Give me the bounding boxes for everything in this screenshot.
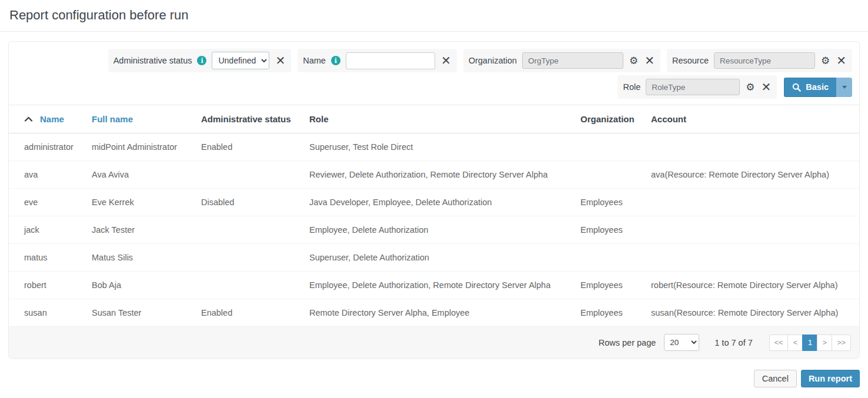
cell-administrative-status: Enabled	[196, 133, 305, 161]
role-type-input	[646, 79, 740, 95]
cell-role: Superuser, Test Role Direct	[305, 133, 576, 161]
organization-settings-button[interactable]: ⚙	[629, 56, 639, 66]
cell-organization: Employees	[576, 272, 646, 299]
filter-resource: Resource ⚙ ✕	[667, 49, 852, 72]
pagination-page-1-button[interactable]: 1	[802, 335, 817, 351]
cell-account: ava(Resource: Remote Directory Server Al…	[646, 161, 859, 189]
pagination-last-button[interactable]: >>	[832, 335, 851, 351]
report-preview-panel: Administrative status i Undefined ✕ Name…	[8, 41, 860, 359]
gear-icon: ⚙	[746, 82, 755, 93]
cell-administrative-status	[196, 272, 305, 299]
clear-administrative-status-button[interactable]: ✕	[275, 55, 286, 66]
filter-label-organization: Organization	[469, 56, 517, 65]
cancel-button[interactable]: Cancel	[754, 370, 797, 387]
administrative-status-select[interactable]: Undefined	[212, 52, 269, 69]
column-header-name: Name	[9, 105, 87, 133]
filter-label-administrative-status: Administrative status	[113, 56, 192, 65]
cell-organization	[576, 133, 646, 161]
close-icon: ✕	[762, 81, 772, 93]
filter-label-role: Role	[623, 82, 640, 92]
clear-role-button[interactable]: ✕	[761, 81, 772, 93]
cell-account: robert(Resource: Remote Directory Server…	[646, 272, 859, 299]
sort-ascending-icon[interactable]	[24, 116, 33, 122]
resource-settings-button[interactable]: ⚙	[820, 56, 830, 66]
action-bar: Cancel Run report	[0, 359, 868, 398]
column-header-administrative-status: Administrative status	[196, 105, 305, 133]
organization-type-input	[522, 52, 623, 69]
table-row: administrator midPoint Administrator Ena…	[9, 133, 859, 161]
chevron-down-icon	[842, 86, 847, 89]
cell-name: susan	[9, 299, 87, 327]
cell-full-name: Jack Tester	[87, 216, 196, 244]
close-icon: ✕	[275, 54, 285, 67]
cell-full-name: Eve Kerrek	[87, 189, 196, 216]
cell-account	[646, 189, 859, 216]
table-row: matus Matus Silis Superuser, Delete Auth…	[9, 244, 859, 272]
filter-row-1: Administrative status i Undefined ✕ Name…	[108, 49, 852, 72]
pagination-range-text: 1 to 7 of 7	[715, 338, 753, 347]
clear-resource-button[interactable]: ✕	[836, 55, 847, 66]
close-icon: ✕	[645, 54, 655, 67]
info-icon: i	[331, 56, 340, 65]
cell-administrative-status	[196, 244, 305, 272]
cell-role: Superuser, Delete Authorization	[305, 244, 576, 272]
name-filter-input[interactable]	[346, 52, 435, 69]
column-header-full-name: Full name	[87, 105, 196, 133]
search-mode-dropdown-toggle[interactable]	[836, 78, 852, 97]
cell-name: administrator	[9, 133, 87, 161]
clear-organization-button[interactable]: ✕	[644, 55, 655, 66]
cell-account	[646, 133, 859, 161]
cell-role: Remote Directory Server Alpha, Employee	[305, 299, 576, 327]
filter-label-resource: Resource	[672, 56, 709, 65]
pagination-next-button[interactable]: >	[817, 335, 832, 351]
gear-icon: ⚙	[821, 55, 830, 66]
column-link-name[interactable]: Name	[40, 114, 64, 124]
table-body: administrator midPoint Administrator Ena…	[9, 133, 859, 327]
results-table: Name Full name Administrative status Rol…	[9, 105, 859, 326]
cell-role: Employee, Delete Authorization, Remote D…	[305, 272, 576, 299]
cell-full-name: midPoint Administrator	[87, 133, 196, 161]
cell-account	[646, 216, 859, 244]
filter-name: Name i ✕	[298, 49, 456, 72]
filter-organization: Organization ⚙ ✕	[463, 49, 660, 72]
cell-name: robert	[9, 272, 87, 299]
cell-administrative-status: Disabled	[196, 189, 305, 216]
close-icon: ✕	[836, 54, 846, 67]
search-icon	[792, 83, 801, 92]
rows-per-page-select[interactable]: 20	[664, 334, 699, 351]
cell-full-name: Ava Aviva	[87, 161, 196, 189]
rows-per-page-label: Rows per page	[599, 338, 656, 347]
search-filter-bar: Administrative status i Undefined ✕ Name…	[9, 42, 859, 105]
clear-name-button[interactable]: ✕	[440, 55, 452, 66]
page-title: Report configuration before run	[9, 8, 859, 23]
column-link-full-name[interactable]: Full name	[92, 114, 133, 124]
cell-administrative-status	[196, 161, 305, 189]
table-row: eve Eve Kerrek Disabled Java Developer, …	[9, 189, 859, 216]
pagination-first-button[interactable]: <<	[769, 335, 789, 351]
role-settings-button[interactable]: ⚙	[745, 82, 755, 92]
basic-search-label: Basic	[806, 82, 829, 92]
cell-organization	[576, 244, 646, 272]
table-row: ava Ava Aviva Reviewer, Delete Authoriza…	[9, 161, 859, 189]
basic-search-button[interactable]: Basic	[784, 78, 836, 97]
close-icon: ✕	[441, 54, 451, 67]
filter-role: Role ⚙ ✕	[617, 75, 777, 99]
pagination-previous-button[interactable]: <	[787, 335, 803, 351]
filter-row-2: Role ⚙ ✕ Basic	[617, 75, 852, 99]
cell-account	[646, 244, 859, 272]
run-report-button[interactable]: Run report	[801, 370, 860, 387]
cell-administrative-status	[196, 216, 305, 244]
page-header: Report configuration before run	[0, 0, 868, 32]
cell-name: matus	[9, 244, 87, 272]
cell-administrative-status: Enabled	[196, 299, 305, 327]
resource-type-input	[714, 52, 815, 69]
filter-administrative-status: Administrative status i Undefined ✕	[108, 49, 292, 72]
table-header: Name Full name Administrative status Rol…	[9, 105, 859, 133]
column-header-role: Role	[305, 105, 576, 133]
column-header-organization: Organization	[576, 105, 646, 133]
filter-label-name: Name	[303, 56, 326, 65]
cell-full-name: Bob Aja	[87, 272, 196, 299]
cell-organization: Employees	[576, 299, 646, 327]
cell-name: ava	[9, 161, 87, 189]
cell-organization: Employees	[576, 189, 646, 216]
